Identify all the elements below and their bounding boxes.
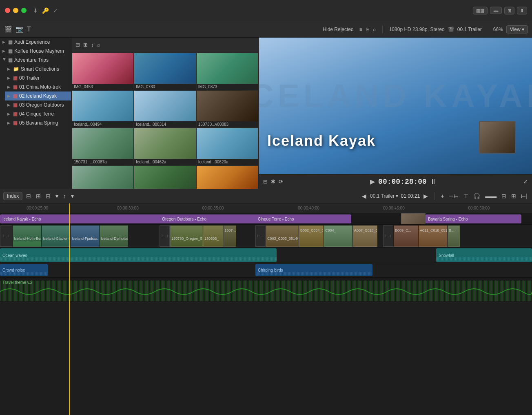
sidebar-item-china[interactable]: ▶ ▦ 01 China Moto-trek — [5, 83, 71, 91]
timeline-view-icon[interactable]: ⊞ — [35, 193, 42, 199]
sidebar-item-bavaria[interactable]: ▶ ▦ 05 Bavaria Spring — [5, 118, 71, 127]
media-thumb-iceland00620a[interactable]: Iceland...00620a — [197, 128, 258, 165]
filmstrip-icon[interactable]: ⊟ — [366, 27, 370, 32]
download-icon[interactable]: ⬇ — [33, 7, 38, 14]
video-clip-12[interactable]: B009_C... — [394, 225, 418, 247]
thumb-image — [197, 53, 258, 84]
clip-ocean-waves[interactable]: Ocean waves — [0, 248, 277, 262]
dropdown-icon[interactable]: ▾ — [54, 193, 60, 199]
play-button[interactable]: ▶ — [370, 178, 375, 185]
titles-icon[interactable]: T — [27, 26, 31, 33]
sidebar-item-koffee[interactable]: ▶ ▦ Koffee House Mayhem — [0, 47, 71, 56]
fullscreen-icon[interactable]: ⤢ — [523, 178, 528, 185]
list-view-button[interactable]: ≡≡ — [490, 7, 502, 14]
video-clip-7[interactable]: 1507... — [224, 225, 236, 247]
grid-view-button[interactable]: ▦▦ — [473, 7, 488, 14]
clip-bavaria-echo[interactable]: Bavaria Spring - Echo — [426, 214, 521, 223]
hide-rejected-button[interactable]: Hide Rejected — [320, 26, 356, 33]
media-thumb-img0453[interactable]: IMG_0453 — [72, 53, 133, 90]
add-icon[interactable]: + — [439, 193, 445, 199]
video-clip-14[interactable]: B... — [448, 225, 460, 247]
tool-icon[interactable]: ↑ — [62, 193, 67, 199]
sidebar-label-iceland: 02 Iceland Kayak — [19, 93, 57, 99]
speed-icon[interactable]: ⟳ — [279, 178, 283, 185]
sidebar-label-cinque: 04 Cinque Terre — [19, 111, 54, 117]
triangle-icon: ▶ — [2, 49, 7, 53]
media-icon[interactable]: 📷 — [16, 25, 24, 33]
index-button[interactable]: Index — [3, 192, 22, 200]
video-clip-8[interactable]: C003_C003_0514WZacs — [266, 225, 299, 247]
video-clip-5[interactable]: 150730_Oregon_Sur... — [170, 225, 203, 247]
end-icon[interactable]: ⊢| — [520, 193, 529, 199]
split-icon[interactable]: ⊣⊢ — [448, 193, 460, 199]
sidebar-item-iceland[interactable]: ▶ ▦ 02 Iceland Kayak — [5, 91, 71, 100]
video-clip-10[interactable]: C004_ — [324, 225, 352, 247]
key-icon[interactable]: 🔑 — [42, 7, 49, 14]
sidebar-item-oregon[interactable]: ▶ ▦ 03 Oregon Outdoors — [5, 100, 71, 109]
sidebar-item-audi[interactable]: ▶ ▦ Audi Experience — [0, 38, 71, 47]
minimize-button[interactable] — [13, 8, 18, 13]
project-icon: ▦ — [13, 111, 18, 117]
media-thumb-iceland0494[interactable]: Iceland...00494 — [72, 91, 133, 127]
video-clip-13[interactable]: A011_C018_0516... — [419, 225, 447, 247]
close-button[interactable] — [5, 8, 10, 13]
timeline-settings-icon[interactable]: ⊟ — [44, 193, 52, 199]
media-thumb-b009c[interactable]: B009_C...187Vas — [134, 166, 195, 189]
media-thumb-v00083[interactable]: 150730...v00083 — [197, 91, 258, 127]
video-clip-1[interactable]: Iceland-Hofn-Bea... — [13, 225, 41, 247]
video-clip-9[interactable]: B002_C004_0514T... — [299, 225, 324, 247]
library-icon[interactable]: 🎬 — [4, 25, 12, 33]
clip-snowfall[interactable]: Snowfall — [436, 248, 532, 262]
share-button[interactable]: ⬆ — [517, 7, 527, 14]
group-icon[interactable]: ⊞ — [83, 42, 88, 48]
export-icon[interactable]: ⊟ — [500, 193, 508, 199]
prev-arrow[interactable]: ◀ — [361, 193, 368, 199]
view-button[interactable]: View ▾ — [506, 25, 528, 33]
video-clip-3[interactable]: Iceland-Fjadraa... — [71, 225, 99, 247]
crop-icon[interactable]: ⊟ — [263, 178, 268, 185]
clip-chirping-birds[interactable]: Chirping birds — [255, 264, 372, 276]
triangle-icon: ▶ — [7, 112, 11, 116]
clip-icon[interactable]: ⊞ — [510, 193, 517, 199]
clip-crowd-noise[interactable]: Crowd noise — [0, 264, 48, 276]
video-clip-2[interactable]: Iceland-Glacier-Lag... — [42, 225, 70, 247]
adjust-button[interactable]: ⊞ — [504, 7, 514, 14]
search-media-icon[interactable]: ⌕ — [97, 42, 100, 48]
sidebar-item-adventure[interactable]: ▶ ▦ Adventure Trips — [0, 56, 71, 65]
next-arrow[interactable]: ▶ — [422, 193, 429, 199]
filter-icon[interactable]: ⊟ — [75, 42, 80, 48]
media-thumb-t00087a[interactable]: 150731_...00087a — [72, 128, 133, 165]
check-icon[interactable]: ✓ — [53, 7, 58, 14]
thumb-label: IMG_0873 — [197, 84, 258, 90]
thumb-label: Iceland...00620a — [197, 159, 258, 165]
fullscreen-button[interactable] — [21, 8, 27, 13]
sidebar-item-smart-collections[interactable]: ▶ 📁 Smart Collections — [5, 65, 71, 74]
transform-icon[interactable]: ✱ — [271, 178, 275, 185]
vol-icon[interactable]: ▬▬ — [484, 193, 498, 199]
audio-icon[interactable]: 🎧 — [472, 193, 481, 199]
media-thumb-a011c[interactable]: A011_C...516BPs — [72, 166, 133, 189]
clip-travel-theme[interactable]: Travel theme v.2 — [0, 279, 532, 301]
thumb-label: IMG_0453 — [72, 84, 133, 90]
filter-icon[interactable]: ≡ — [359, 27, 362, 32]
video-clip-11[interactable]: A007_C018_051... — [353, 225, 377, 247]
trim-icon[interactable]: ⊤ — [462, 193, 470, 199]
zoom-label[interactable]: 66% — [493, 27, 503, 32]
search-icon[interactable]: ⌕ — [373, 27, 376, 32]
pause-icon[interactable]: ⏸ — [430, 178, 437, 185]
media-thumb-iceland000314[interactable]: Iceland...000314 — [134, 91, 195, 127]
preview-thumbnail — [479, 121, 516, 154]
sort-icon[interactable]: ↕ — [91, 42, 94, 48]
clip-view-icon[interactable]: ⊟ — [25, 193, 32, 199]
tool2-icon[interactable]: ▾ — [70, 193, 75, 199]
toolbar-right: 1080p HD 23.98p, Stereo 🎬 00.1 Trailer 6… — [389, 25, 528, 33]
sidebar-item-trailer[interactable]: ▶ ▦ 00 Trailer — [5, 74, 71, 83]
sidebar-item-cinque[interactable]: ▶ ▦ 04 Cinque Terre — [5, 109, 71, 118]
clip-cinque-echo[interactable]: Cinque Terre - Echo — [255, 214, 351, 223]
video-clip-6[interactable]: 150803_ — [203, 225, 224, 247]
media-thumb-img0873[interactable]: IMG_0873 — [197, 53, 258, 90]
media-thumb-img0730[interactable]: IMG_0730 — [134, 53, 195, 90]
media-thumb-b025c[interactable]: B025_C...21MEbs — [197, 166, 258, 189]
video-clip-4[interactable]: Iceland-Dyrholaey... — [100, 225, 128, 247]
media-thumb-iceland00462a[interactable]: Iceland...00462a — [134, 128, 195, 165]
